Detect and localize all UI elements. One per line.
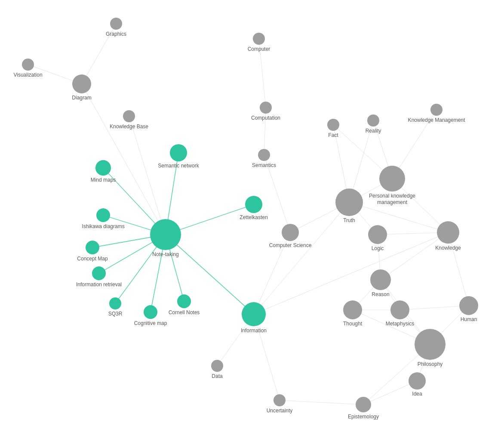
graph-canvas — [0, 0, 504, 433]
